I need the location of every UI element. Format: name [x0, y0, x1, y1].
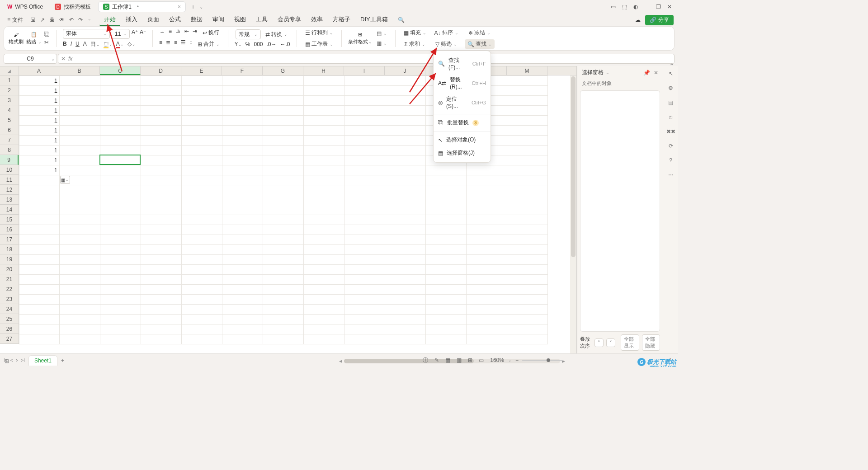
menu-tab-7[interactable]: 工具 — [251, 14, 272, 26]
cell[interactable] — [507, 285, 548, 295]
maximize-button[interactable]: ❐ — [656, 4, 661, 10]
cell[interactable] — [19, 255, 60, 265]
row-header[interactable]: 2 — [0, 85, 19, 95]
cell[interactable] — [507, 86, 548, 96]
cell[interactable] — [263, 324, 304, 334]
align-middle-icon[interactable]: ≡ — [169, 28, 172, 38]
cell[interactable] — [222, 76, 263, 86]
cell[interactable] — [141, 245, 182, 255]
cell[interactable] — [222, 165, 263, 175]
cell[interactable] — [141, 126, 182, 136]
cell[interactable] — [304, 225, 344, 235]
cell[interactable] — [385, 334, 426, 344]
cell[interactable] — [141, 195, 182, 205]
underline-icon[interactable]: U — [75, 41, 80, 48]
strike-icon[interactable]: A — [83, 41, 87, 48]
cell[interactable] — [263, 76, 304, 86]
cell[interactable] — [344, 305, 385, 315]
cell[interactable] — [222, 116, 263, 126]
cell[interactable] — [182, 215, 222, 225]
cell[interactable] — [507, 126, 548, 136]
number-format-select[interactable]: 常规⌄ — [236, 29, 261, 39]
cell[interactable] — [182, 96, 222, 106]
sheet-tab[interactable]: Sheet1 — [28, 355, 57, 366]
cell[interactable] — [100, 235, 141, 245]
cell[interactable] — [263, 315, 304, 324]
cell[interactable] — [304, 215, 344, 225]
cell[interactable] — [426, 235, 467, 245]
menu-tab-9[interactable]: 效率 — [307, 14, 327, 26]
cell[interactable] — [222, 255, 263, 265]
cell[interactable] — [304, 305, 344, 315]
cell[interactable] — [385, 245, 426, 255]
cell[interactable] — [304, 106, 344, 116]
cell[interactable] — [385, 215, 426, 225]
cell[interactable] — [426, 334, 467, 344]
cell[interactable] — [19, 305, 60, 315]
cell[interactable] — [263, 285, 304, 295]
cell[interactable] — [507, 275, 548, 285]
cell[interactable] — [467, 235, 507, 245]
cell[interactable] — [507, 195, 548, 205]
cell[interactable] — [385, 155, 426, 165]
cell[interactable] — [19, 334, 60, 344]
highlight-icon[interactable]: ◇⌄ — [127, 41, 136, 48]
cell[interactable] — [182, 245, 222, 255]
cell[interactable] — [222, 285, 263, 295]
cell[interactable] — [100, 185, 141, 195]
close-tab-icon[interactable]: × — [178, 4, 181, 10]
sort-button[interactable]: A↓排序⌄ — [433, 28, 460, 38]
status-comment-icon[interactable]: ✎ — [434, 357, 439, 363]
cell[interactable] — [507, 185, 548, 195]
cell[interactable] — [222, 126, 263, 136]
cell[interactable] — [344, 334, 385, 344]
cell[interactable] — [19, 265, 60, 275]
cell[interactable] — [426, 295, 467, 305]
col-header[interactable]: D — [141, 66, 181, 75]
cell[interactable] — [141, 215, 182, 225]
font-size-select[interactable]: 11⌄ — [112, 29, 130, 39]
cell[interactable] — [344, 275, 385, 285]
cell[interactable] — [467, 205, 507, 215]
cell[interactable] — [60, 215, 100, 225]
row-header[interactable]: 12 — [0, 185, 19, 195]
cell[interactable] — [385, 324, 426, 334]
cell[interactable] — [426, 165, 467, 175]
app-tab-template[interactable]: D 找稻壳模板 — [50, 1, 95, 12]
cell[interactable] — [100, 265, 141, 275]
cell[interactable] — [385, 185, 426, 195]
cell[interactable] — [182, 175, 222, 185]
row-header[interactable]: 25 — [0, 314, 19, 324]
cell[interactable] — [304, 334, 344, 344]
cell[interactable] — [263, 136, 304, 146]
cell[interactable] — [507, 334, 548, 344]
orientation-icon[interactable]: ↕ — [189, 39, 192, 49]
cell[interactable] — [344, 175, 385, 185]
cell[interactable] — [182, 275, 222, 285]
cell[interactable] — [60, 255, 100, 265]
indent-inc-icon[interactable]: ⇥ — [193, 28, 197, 38]
rail-prop-icon[interactable]: ▤ — [668, 99, 673, 106]
cell[interactable] — [344, 136, 385, 146]
cell[interactable] — [426, 315, 467, 324]
cell[interactable] — [60, 275, 100, 285]
menu-tab-4[interactable]: 数据 — [186, 14, 207, 26]
cell[interactable] — [60, 305, 100, 315]
row-header[interactable]: 24 — [0, 304, 19, 314]
cell[interactable] — [426, 285, 467, 295]
cell[interactable] — [19, 324, 60, 334]
font-color-icon[interactable]: A⌄ — [116, 41, 124, 48]
cell[interactable] — [141, 255, 182, 265]
window-cube-icon[interactable]: ⬚ — [622, 4, 627, 10]
cell[interactable] — [19, 235, 60, 245]
cell[interactable] — [263, 215, 304, 225]
new-tab-button[interactable]: + — [191, 3, 195, 10]
cell[interactable] — [385, 305, 426, 315]
cell[interactable] — [100, 205, 141, 215]
cell[interactable] — [141, 116, 182, 126]
cell[interactable] — [304, 275, 344, 285]
cell[interactable] — [222, 106, 263, 116]
cell[interactable] — [344, 245, 385, 255]
row-header[interactable]: 18 — [0, 244, 19, 254]
copy-icon[interactable]: ⿻ — [44, 31, 50, 38]
